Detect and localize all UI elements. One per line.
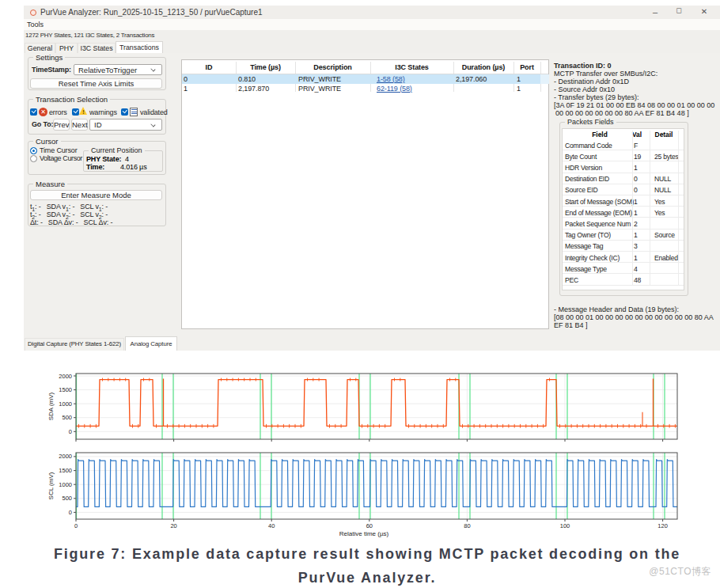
svg-text:500: 500 (62, 414, 72, 421)
svg-text:1000: 1000 (59, 481, 72, 488)
svg-text:1500: 1500 (59, 386, 72, 393)
svg-text:0: 0 (69, 428, 72, 435)
svg-text:40: 40 (268, 522, 275, 529)
svg-text:80: 80 (464, 522, 470, 529)
svg-text:60: 60 (366, 522, 373, 529)
svg-text:1500: 1500 (59, 467, 72, 474)
svg-text:0: 0 (74, 522, 78, 529)
svg-text:SCL (mV): SCL (mV) (47, 472, 55, 499)
svg-text:SDA (mV): SDA (mV) (47, 392, 55, 420)
svg-text:Relative time (µs): Relative time (µs) (339, 530, 389, 537)
svg-text:100: 100 (560, 522, 570, 529)
svg-text:500: 500 (62, 495, 72, 502)
svg-text:20: 20 (170, 522, 176, 529)
svg-text:0: 0 (69, 509, 72, 516)
svg-text:120: 120 (657, 522, 668, 529)
svg-text:2000: 2000 (59, 453, 72, 460)
svg-text:1000: 1000 (59, 400, 72, 408)
svg-text:2000: 2000 (59, 373, 72, 380)
